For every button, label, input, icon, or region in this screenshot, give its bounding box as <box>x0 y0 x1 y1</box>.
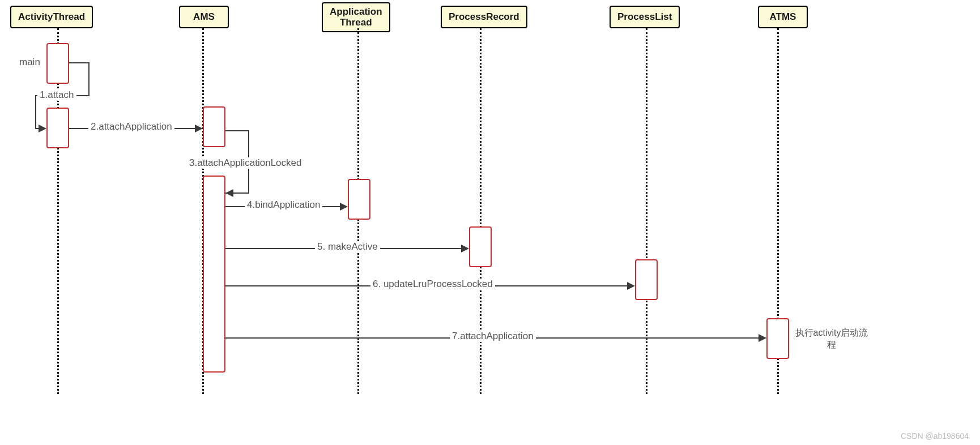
activation-activitythread-main <box>46 43 69 84</box>
seg-attach-top <box>69 62 90 63</box>
note-atms: 执行activity启动流程 <box>792 327 871 351</box>
participant-applicationthread-label: ApplicationThread <box>330 6 382 28</box>
arrow-makeactive <box>461 245 469 253</box>
label-attach: 1.attach <box>37 89 76 101</box>
seg-attach-right <box>88 62 90 95</box>
participant-applicationthread: ApplicationThread <box>322 2 390 32</box>
label-updatelru: 6. updateLruProcessLocked <box>370 279 495 290</box>
activation-applicationthread <box>348 179 370 220</box>
participant-processrecord: ProcessRecord <box>441 6 527 28</box>
participant-processlist: ProcessList <box>610 6 680 28</box>
label-attach-atms: 7.attachApplication <box>450 331 536 342</box>
activation-ams-attachapp <box>203 106 225 147</box>
arrow-updatelru <box>627 282 635 290</box>
activation-processrecord <box>469 226 492 267</box>
lifeline-processlist <box>646 28 647 394</box>
arrow-bind <box>340 203 348 211</box>
activation-processlist <box>635 259 658 300</box>
label-main: main <box>17 57 42 68</box>
sequence-diagram: ActivityThread AMS ApplicationThread Pro… <box>0 0 980 445</box>
label-makeactive: 5. makeActive <box>315 241 380 253</box>
seg-attach-left <box>35 95 36 128</box>
seg-locked-top <box>225 130 249 131</box>
activation-activitythread-attach <box>46 108 69 148</box>
arrow-attach <box>39 125 46 132</box>
participant-activitythread: ActivityThread <box>10 6 93 28</box>
activation-ams-locked <box>203 176 225 373</box>
watermark: CSDN @ab198604 <box>901 431 969 440</box>
label-attachapp: 2.attachApplication <box>88 121 174 132</box>
activation-atms <box>766 318 789 359</box>
arrow-attachapp <box>195 125 203 132</box>
arrow-locked <box>225 189 233 197</box>
label-bind: 4.bindApplication <box>245 199 322 211</box>
arrow-attach-atms <box>759 334 766 342</box>
label-locked: 3.attachApplicationLocked <box>187 157 304 169</box>
participant-atms: ATMS <box>758 6 808 28</box>
participant-ams: AMS <box>179 6 229 28</box>
